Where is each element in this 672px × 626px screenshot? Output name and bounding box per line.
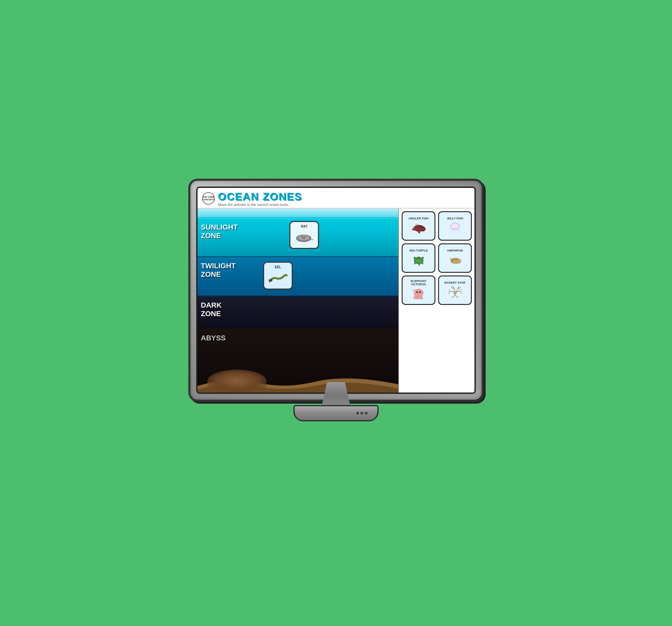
ray-label: RAY <box>301 225 308 228</box>
sea-turtle-icon <box>410 253 427 267</box>
svg-point-5 <box>302 237 303 238</box>
screen-content: SUNLIGHTZONE RAY <box>197 208 475 393</box>
base-dot-3 <box>365 412 367 415</box>
screen-header: THE CORE CONCEPTS OCEAN ZONES Move the a… <box>197 188 475 208</box>
svg-point-7 <box>303 237 305 239</box>
monitor-base <box>293 405 379 421</box>
eel-icon <box>268 270 288 286</box>
svg-point-14 <box>417 224 418 225</box>
zone-dark[interactable]: DARKZONE <box>197 296 398 329</box>
svg-rect-24 <box>456 258 457 260</box>
animal-card-eel[interactable]: EEL <box>263 262 293 290</box>
zone-label-abyss: ABYSS <box>197 329 234 347</box>
svg-point-13 <box>421 226 422 227</box>
animal-card-angler-fish[interactable]: ANGLER FISH <box>402 211 435 241</box>
ocean-zones-panel: SUNLIGHTZONE RAY <box>197 208 399 393</box>
animal-card-sea-turtle[interactable]: SEA TURTLE <box>402 243 435 273</box>
animal-card-elephant-octopus[interactable]: ELEPHANT OCTOPUS <box>402 275 435 305</box>
elephant-octopus-icon <box>410 287 427 301</box>
header-text: OCEAN ZONES Move the animals to the corr… <box>218 191 302 207</box>
animals-panel: ANGLER FISH <box>399 208 475 393</box>
logo: THE CORE CONCEPTS <box>202 192 215 205</box>
amphipod-icon <box>447 253 464 267</box>
eel-label: EEL <box>274 265 281 269</box>
zone-abyss[interactable]: ABYSS <box>197 329 398 393</box>
svg-point-6 <box>304 237 305 238</box>
ray-icon <box>294 229 314 245</box>
app-subtitle: Move the animals to the correct ocean zo… <box>218 203 302 207</box>
app-title: OCEAN ZONES <box>218 191 302 203</box>
elephant-octopus-label: ELEPHANT OCTOPUS <box>404 279 433 286</box>
animal-card-basket-star[interactable]: BASKET STAR <box>438 275 472 305</box>
animal-card-jelly-fish[interactable]: JELLY FISH <box>438 211 472 241</box>
zone-label-sunlight: SUNLIGHTZONE <box>197 218 241 245</box>
svg-rect-22 <box>453 258 454 261</box>
monitor-wrapper: THE CORE CONCEPTS OCEAN ZONES Move the a… <box>188 179 484 448</box>
svg-point-31 <box>420 292 421 292</box>
water-surface <box>197 208 398 218</box>
zone-twilight[interactable]: TWILIGHTZONE EEL <box>197 257 398 296</box>
angler-fish-label: ANGLER FISH <box>409 217 429 220</box>
amphipod-label: AMPHIPOD <box>447 249 463 252</box>
svg-rect-23 <box>454 258 456 261</box>
base-dot-2 <box>361 412 363 415</box>
zone-sunlight[interactable]: SUNLIGHTZONE RAY <box>197 208 398 257</box>
svg-point-26 <box>451 259 452 260</box>
monitor-bezel: THE CORE CONCEPTS OCEAN ZONES Move the a… <box>188 179 484 402</box>
basket-star-label: BASKET STAR <box>445 281 465 284</box>
jelly-fish-label: JELLY FISH <box>447 217 463 220</box>
svg-point-16 <box>452 224 458 228</box>
basket-star-icon <box>447 285 464 299</box>
svg-point-29 <box>417 292 418 292</box>
zone-label-twilight: TWILIGHTZONE <box>197 257 239 284</box>
abyss-floor-icon <box>197 373 398 393</box>
screen: THE CORE CONCEPTS OCEAN ZONES Move the a… <box>196 186 476 394</box>
animal-card-ray[interactable]: RAY <box>289 221 319 249</box>
svg-point-32 <box>454 292 456 294</box>
svg-point-8 <box>302 235 303 236</box>
svg-point-11 <box>270 279 270 280</box>
base-dot-1 <box>356 412 359 415</box>
jelly-fish-icon <box>447 221 464 235</box>
sea-turtle-label: SEA TURTLE <box>409 249 428 252</box>
zone-label-dark: DARKZONE <box>197 296 234 323</box>
animal-card-amphipod[interactable]: AMPHIPOD <box>438 243 472 273</box>
angler-fish-icon <box>410 221 427 235</box>
